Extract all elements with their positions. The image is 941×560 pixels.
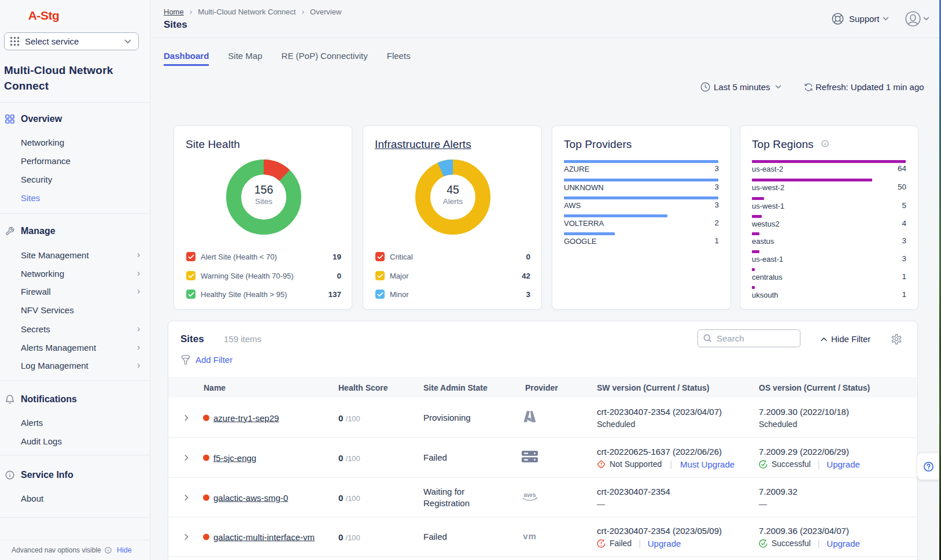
svg-text:aws: aws — [523, 491, 536, 498]
svg-text:vm: vm — [523, 531, 536, 540]
